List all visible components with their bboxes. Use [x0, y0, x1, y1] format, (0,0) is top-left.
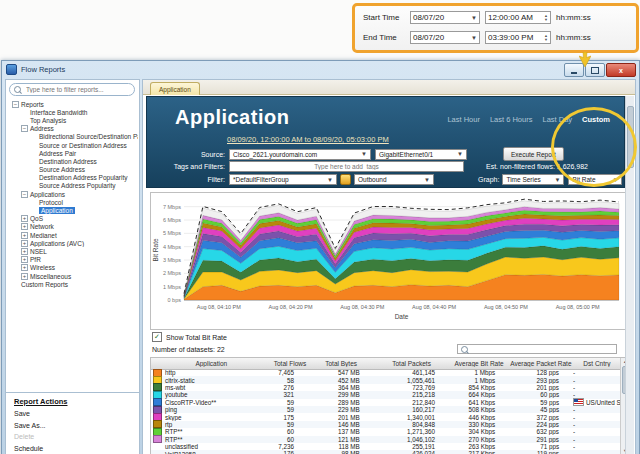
- dst-country-value: -: [573, 450, 575, 454]
- sidebar-search-box[interactable]: [9, 83, 135, 96]
- bit-rate-chart: 0 bps1 Mbps2 Mbps3 Mbps4 Mbps5 Mbps6 Mbp…: [150, 192, 630, 330]
- tree-item-top-analysis[interactable]: Top Analysis: [8, 116, 138, 124]
- column-header-average-packet-rate[interactable]: Average Packet Rate: [509, 360, 573, 367]
- close-button[interactable]: x: [606, 63, 636, 77]
- y-tick-label: 0 bps: [168, 297, 182, 303]
- chevron-down-icon: ▼: [471, 35, 477, 41]
- avg-bit-rate-value: 263 Kbps: [449, 443, 509, 450]
- source-interface-select[interactable]: GigabitEthernet0/1▼: [375, 149, 467, 160]
- graph-type-select[interactable]: Time Series▼: [502, 174, 564, 185]
- column-header-average-bit-rate[interactable]: Average Bit Rate: [449, 360, 509, 367]
- start-date-dropdown[interactable]: 08/07/20 ▼: [410, 11, 480, 24]
- avg-bit-rate-value: 304 Kbps: [449, 428, 509, 435]
- total-packets-value: 255,191: [374, 443, 449, 450]
- main-scroll-thumb[interactable]: [627, 106, 634, 168]
- tree-item-source-or-destination-address[interactable]: Source or Destination Address: [8, 141, 138, 149]
- tags-filters-label: Tags and Filters:: [147, 163, 229, 170]
- tree-item-destination-address[interactable]: Destination Address: [8, 157, 138, 165]
- dst-country-value: -: [573, 436, 575, 443]
- total-flows-value: 175: [271, 414, 308, 421]
- range-link-custom[interactable]: Custom: [582, 115, 610, 124]
- range-link-last-hour[interactable]: Last Hour: [447, 115, 480, 124]
- total-bytes-value: 121 MB: [308, 436, 374, 443]
- start-time-label: Start Time: [363, 13, 405, 22]
- tree-item-network[interactable]: +Network: [8, 223, 138, 231]
- column-header-total-packets[interactable]: Total Packets: [374, 360, 449, 367]
- tree-item-custom-reports[interactable]: Custom Reports: [8, 280, 138, 288]
- tree-item-nsel[interactable]: +NSEL: [8, 247, 138, 255]
- expand-icon[interactable]: +: [21, 223, 28, 230]
- range-link-last-6-hours[interactable]: Last 6 Hours: [490, 115, 533, 124]
- column-header-total-flows[interactable]: Total Flows: [272, 360, 309, 367]
- table-row-voip13958[interactable]: VoIP1395817698 MB426,024217 Kbps119 pps-: [151, 450, 621, 454]
- tree-item-label: Applications: [30, 191, 65, 198]
- tree-item-interface-bandwidth[interactable]: Interface Bandwidth: [8, 108, 138, 116]
- report-action-save[interactable]: Save: [14, 410, 131, 417]
- expand-icon[interactable]: +: [21, 240, 28, 247]
- tree-item-miscellaneous[interactable]: +Miscellaneous: [8, 272, 138, 280]
- application-name[interactable]: VoIP13958: [165, 451, 196, 454]
- time-range-links: Last HourLast 6 HoursLast DayCustom: [447, 115, 610, 124]
- tree-item-protocol[interactable]: Protocol: [8, 198, 138, 206]
- avg-packet-rate-value: 291 pps: [509, 436, 573, 443]
- expand-icon[interactable]: +: [21, 232, 28, 239]
- column-header-total-bytes[interactable]: Total Bytes: [308, 360, 374, 367]
- tree-item-label: Network: [30, 223, 54, 230]
- tree-item-source-address[interactable]: Source Address: [8, 166, 138, 174]
- end-date-dropdown[interactable]: 08/07/20 ▼: [410, 31, 480, 44]
- tree-item-wireless[interactable]: +Wireless: [8, 264, 138, 272]
- column-header-application[interactable]: Application: [151, 360, 272, 367]
- total-bytes-value: 146 MB: [308, 421, 374, 428]
- tree-item-applications-avc-[interactable]: +Applications (AVC): [8, 239, 138, 247]
- filter-direction-icon[interactable]: [340, 174, 351, 185]
- filter-group-select[interactable]: *DefaultFilterGroup▼: [229, 174, 337, 185]
- expand-icon[interactable]: +: [21, 273, 28, 280]
- collapse-icon[interactable]: −: [21, 125, 28, 132]
- report-action-save-as-[interactable]: Save As...: [14, 422, 131, 429]
- graph-metric-select[interactable]: Bit Rate▼: [568, 174, 622, 185]
- tree-item-pfr[interactable]: +PfR: [8, 256, 138, 264]
- tree-item-address[interactable]: −Address: [8, 125, 138, 133]
- tree-item-destination-address-popularity[interactable]: Destination Address Popularity: [8, 174, 138, 182]
- show-total-checkbox[interactable]: ✓: [152, 332, 162, 342]
- table-search-input[interactable]: [471, 345, 613, 354]
- tree-item-bidirectional-source-destination-pair[interactable]: Bidirectional Source/Destination Pair: [8, 133, 138, 141]
- tree-item-source-address-popularity[interactable]: Source Address Popularity: [8, 182, 138, 190]
- start-time-spinner[interactable]: 12:00:00 AM ▲▼: [485, 11, 551, 24]
- tab-application[interactable]: Application: [150, 82, 200, 95]
- main-scrollbar[interactable]: [625, 96, 634, 454]
- table-search-box[interactable]: [457, 344, 617, 354]
- tree-item-label: Source Address Popularity: [39, 182, 116, 189]
- tags-input[interactable]: [229, 161, 464, 172]
- direction-select[interactable]: Outbound▼: [354, 174, 434, 185]
- end-time-spinner[interactable]: 03:39:00 PM ▲▼: [485, 31, 551, 44]
- execute-report-button[interactable]: Execute Report: [503, 147, 564, 161]
- y-tick-label: 4 Mbps: [163, 244, 181, 250]
- range-link-last-day[interactable]: Last Day: [542, 115, 572, 124]
- window-titlebar[interactable]: Flow Reports x: [2, 61, 639, 77]
- collapse-icon[interactable]: −: [12, 101, 19, 108]
- expand-icon[interactable]: +: [21, 248, 28, 255]
- tree-item-qos[interactable]: +QoS: [8, 215, 138, 223]
- column-header-dst-cntry[interactable]: Dst Cntry: [573, 360, 621, 367]
- expand-icon[interactable]: +: [21, 215, 28, 222]
- tree-item-application[interactable]: Application: [8, 206, 138, 214]
- report-action-schedule[interactable]: Schedule: [14, 445, 131, 452]
- expand-icon[interactable]: +: [21, 256, 28, 263]
- collapse-icon[interactable]: −: [21, 191, 28, 198]
- dst-country-cell: -: [573, 428, 621, 435]
- sidebar-search-input[interactable]: [24, 85, 130, 94]
- source-device-select[interactable]: Cisco_2621.yourdomain.com▼: [229, 149, 371, 160]
- tree-item-medianet[interactable]: +Medianet: [8, 231, 138, 239]
- tree-item-applications[interactable]: −Applications: [8, 190, 138, 198]
- avg-packet-rate-value: 71 pps: [509, 443, 573, 450]
- reports-sidebar: −ReportsInterface BandwidthTop Analysis−…: [5, 79, 140, 454]
- tree-item-label: Top Analysis: [30, 117, 66, 124]
- expand-icon[interactable]: +: [21, 264, 28, 271]
- tree-item-reports[interactable]: −Reports: [8, 100, 138, 108]
- report-date-range-link[interactable]: 08/09/20, 12:00:00 AM to 08/09/20, 05:03…: [227, 135, 389, 144]
- tree-item-address-pair[interactable]: Address Pair: [8, 149, 138, 157]
- annotation-cursor-arrow-icon: [579, 52, 591, 67]
- chevron-down-icon: ▼: [327, 177, 333, 183]
- total-flows-value: 59: [271, 406, 308, 413]
